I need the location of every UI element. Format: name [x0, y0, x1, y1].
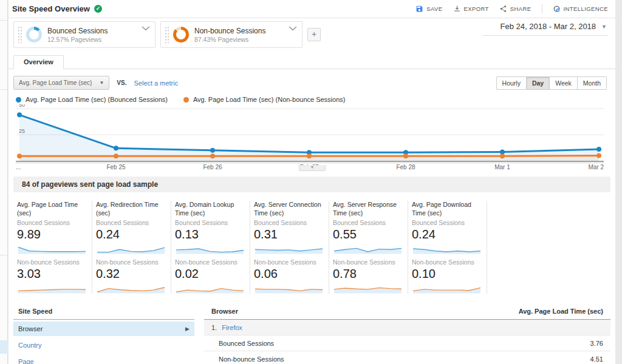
nonbounce-sessions-label: Non-bounce Sessions	[254, 258, 323, 266]
sparkline	[412, 283, 482, 294]
bounced-sessions-donut-icon	[26, 27, 42, 42]
nonbounce-sessions-label: Non-bounce Sessions	[96, 258, 165, 266]
report-panel: Site Speed Overview ✓ SAVEEXPORTSHAREINT…	[9, 0, 615, 364]
bounced-sessions-label: Bounced Sessions	[175, 219, 244, 226]
legend-label: Avg. Page Load Time (sec) (Non-bounce Se…	[193, 96, 345, 103]
bounced-sparkline-wrap	[96, 244, 165, 254]
nonbounce-sessions-label: Non-bounce Sessions	[333, 258, 402, 266]
table-row: Non-bounce Sessions4.51	[204, 351, 610, 364]
tab-overview[interactable]: Overview	[13, 55, 64, 69]
select-metric-link[interactable]: Select a metric	[134, 79, 178, 87]
sparkline	[17, 244, 87, 254]
granularity-month-button[interactable]: Month	[578, 76, 607, 90]
sidebar-divider	[0, 255, 8, 255]
svg-text:Feb 26: Feb 26	[203, 164, 222, 170]
metric-card-title: Avg. Domain Lookup Time (sec)	[175, 201, 244, 217]
page-title: Site Speed Overview	[12, 4, 90, 13]
table-column-browser: Browser	[211, 308, 238, 315]
metric-card: Avg. Server Connection Time (sec)Bounced…	[250, 201, 329, 294]
share-button[interactable]: SHARE	[499, 5, 531, 13]
collapsed-sidebar[interactable]	[0, 0, 8, 364]
load-time-value: 3.76	[590, 340, 603, 347]
bottom-section: Site Speed Browser▶CountryPage Browser A…	[9, 294, 615, 364]
legend-dot-icon	[16, 97, 21, 103]
timeseries-chart-wrap: 2550...Feb 25Feb 26Feb 27Feb 28Mar 1Mar …	[9, 104, 615, 174]
dimension-item-country[interactable]: Country	[13, 338, 194, 352]
granularity-day-button[interactable]: Day	[527, 76, 550, 90]
dimension-item-page[interactable]: Page	[13, 354, 194, 364]
add-segment-button[interactable]: +	[307, 28, 321, 41]
bounced-sessions-value: 0.24	[96, 228, 165, 241]
share-icon	[499, 5, 507, 13]
chevron-down-icon[interactable]	[142, 26, 150, 31]
metric-card: Avg. Server Response Time (sec)Bounced S…	[329, 201, 408, 294]
date-range-label: Feb 24, 2018 - Mar 2, 2018	[501, 22, 596, 31]
metric-card-title: Avg. Server Connection Time (sec)	[254, 201, 323, 217]
save-button[interactable]: SAVE	[415, 5, 442, 13]
export-icon	[453, 5, 461, 13]
table-header-row: Browser Avg. Page Load Time (sec)	[204, 305, 610, 320]
header-divider	[542, 4, 542, 13]
annotations-expander[interactable]: ▼	[299, 165, 326, 171]
donut-hole	[176, 30, 186, 39]
sparkline	[96, 283, 166, 294]
dimension-item-label: Country	[18, 342, 42, 349]
export-label: EXPORT	[464, 5, 489, 12]
granularity-switch: HourlyDayWeekMonth	[496, 76, 607, 90]
export-button[interactable]: EXPORT	[453, 5, 489, 13]
bounced-sessions-value: 9.89	[17, 228, 86, 241]
chevron-right-icon: ▶	[185, 326, 190, 332]
sparkline	[333, 244, 403, 254]
granularity-week-button[interactable]: Week	[550, 76, 578, 90]
metric-card: Avg. Redirection Time (sec)Bounced Sessi…	[92, 201, 171, 294]
svg-text:50: 50	[19, 104, 25, 108]
metric-cards-row: Avg. Page Load Time (sec)Bounced Session…	[9, 192, 615, 294]
nonbounce-sessions-value: 3.03	[17, 267, 86, 281]
table-row: 1.Firefox	[204, 320, 610, 335]
granularity-hourly-button[interactable]: Hourly	[496, 76, 527, 90]
sidebar-divider	[0, 20, 8, 21]
save-icon	[415, 5, 423, 13]
timeseries-chart: 2550...Feb 25Feb 26Feb 27Feb 28Mar 1Mar …	[9, 104, 615, 174]
bounced-sessions-card[interactable]: Bounced Sessions12.57% Pageviews	[13, 21, 156, 48]
chevron-down-icon: ▼	[99, 80, 104, 86]
row-index: 1.	[211, 324, 217, 331]
metric-dropdown-value: Avg. Page Load Time (sec)	[19, 79, 92, 86]
bounced-sparkline-wrap	[412, 244, 481, 254]
intelligence-button[interactable]: INTELLIGENCE	[553, 5, 608, 13]
bounced-sparkline-wrap	[175, 244, 244, 254]
table-column-load-time: Avg. Page Load Time (sec)	[519, 308, 603, 315]
bounced-sessions-label: Bounced Sessions	[333, 219, 402, 226]
drag-handle-icon[interactable]	[165, 26, 169, 43]
sparkline	[96, 244, 166, 254]
metric-dropdown[interactable]: Avg. Page Load Time (sec) ▼	[13, 76, 109, 90]
browser-table: Browser Avg. Page Load Time (sec) 1.Fire…	[204, 305, 610, 364]
date-range-selector[interactable]: Feb 24, 2018 - Mar 2, 2018 ▼	[482, 22, 608, 36]
drag-handle-icon[interactable]	[18, 26, 22, 43]
verified-check-icon: ✓	[94, 5, 102, 13]
non-bounce-sessions-card[interactable]: Non-bounce Sessions87.43% Pageviews	[160, 21, 302, 48]
nonbounce-sparkline-wrap	[333, 283, 402, 294]
legend-label: Avg. Page Load Time (sec) (Bounced Sessi…	[26, 96, 168, 103]
intelligence-label: INTELLIGENCE	[564, 5, 608, 12]
nonbounce-sessions-label: Non-bounce Sessions	[17, 258, 86, 266]
chevron-down-icon[interactable]	[289, 26, 297, 31]
bounced-sessions-label: Bounced Sessions	[412, 219, 481, 226]
dimension-item-browser[interactable]: Browser▶	[13, 322, 194, 336]
dimension-item-label: Page	[18, 358, 34, 364]
share-label: SHARE	[510, 5, 531, 12]
segment-card-subtitle: 12.57% Pageviews	[47, 36, 108, 43]
segment-row-label: Non-bounce Sessions	[219, 356, 284, 363]
bounced-sessions-value: 0.55	[333, 228, 402, 241]
dimension-panel: Site Speed Browser▶CountryPage	[13, 305, 194, 364]
segment-card-text: Non-bounce Sessions87.43% Pageviews	[194, 27, 265, 43]
bounced-sparkline-wrap	[17, 244, 86, 254]
bounced-sparkline-wrap	[333, 244, 402, 254]
metric-card-title: Avg. Page Load Time (sec)	[17, 201, 86, 217]
metric-card: Avg. Page Download Time (sec)Bounced Ses…	[408, 201, 487, 294]
nonbounce-sparkline-wrap	[254, 283, 323, 294]
metric-card-title: Avg. Redirection Time (sec)	[96, 201, 165, 217]
nonbounce-sessions-value: 0.10	[412, 267, 481, 281]
browser-link-firefox[interactable]: Firefox	[222, 324, 242, 331]
bounced-sessions-value: 0.13	[175, 228, 244, 241]
